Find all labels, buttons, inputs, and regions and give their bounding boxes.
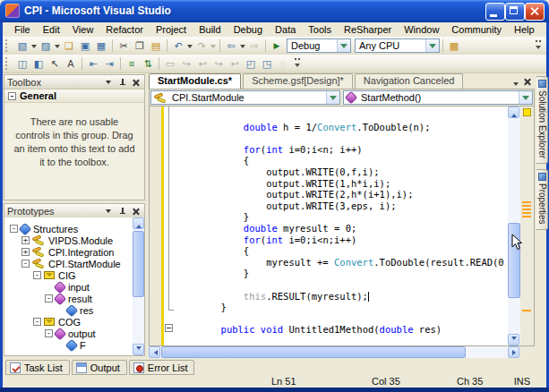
minimize-button[interactable] (485, 3, 505, 21)
tab-solution-explorer[interactable]: Solution Explorer (536, 76, 548, 164)
tree-item-res[interactable]: res (4, 304, 144, 316)
members-combo[interactable]: StartMethod() (343, 90, 533, 105)
combo-dropdown-icon[interactable] (326, 91, 339, 104)
code-line[interactable] (176, 132, 506, 144)
code-line[interactable]: output.WRITE(0,f,i); (176, 166, 506, 178)
maximize-button[interactable] (505, 3, 525, 21)
code-line[interactable]: for(int i=0;i<n; i++) (176, 144, 506, 156)
window-position-icon[interactable] (103, 77, 115, 88)
types-combo[interactable]: CPI.StartModule (150, 90, 340, 105)
tree-item-cog[interactable]: - COG (4, 316, 144, 328)
dropdown-arrow-icon[interactable] (239, 38, 246, 54)
start-debug-icon[interactable]: ▶ (269, 38, 285, 54)
copy-icon[interactable]: ❐ (132, 38, 148, 54)
connector-icon[interactable]: ↩ (194, 56, 210, 72)
tree-item-input[interactable]: input (4, 281, 144, 293)
tree-scrollbar[interactable] (133, 217, 144, 355)
code-line[interactable]: double h = 1/Convert.ToDouble(n); (176, 122, 506, 133)
tree-scrollbar-thumb[interactable] (133, 231, 144, 297)
undo-icon[interactable]: ↶ (170, 38, 186, 54)
menu-resharper[interactable]: ReSharper (338, 23, 398, 36)
dropdown-arrow-icon[interactable] (186, 38, 193, 54)
code-line[interactable]: myresult += Convert.ToDouble(result.READ… (176, 257, 506, 268)
toolbox-header[interactable]: Toolbox (4, 75, 144, 89)
warning-marker[interactable] (522, 209, 531, 210)
page-forward-icon[interactable]: ◳ (259, 56, 275, 72)
tree-expander[interactable]: - (45, 294, 53, 303)
code-line[interactable]: { (176, 155, 506, 166)
tree-item-cig[interactable]: - CIG (4, 269, 144, 281)
menu-project[interactable]: Project (150, 23, 193, 36)
toolbar-overflow-icon[interactable] (293, 56, 302, 71)
navigate-forward-icon[interactable]: ⇨ (246, 38, 262, 54)
window-position-icon[interactable] (103, 206, 115, 217)
scroll-down-icon[interactable] (133, 344, 144, 355)
tree-expander[interactable]: + (21, 248, 30, 256)
navigate-back-icon[interactable]: ⇦ (223, 38, 239, 54)
code-line[interactable]: } (176, 268, 506, 279)
tab-error-list[interactable]: Error List (129, 360, 195, 375)
connector-icon[interactable]: ↪ (178, 56, 194, 72)
scroll-up-icon[interactable] (133, 217, 144, 229)
scroll-down-icon[interactable] (508, 334, 519, 345)
new-project-icon[interactable]: ▧ (14, 38, 30, 54)
save-icon[interactable]: ▣ (77, 38, 93, 54)
pointer-icon[interactable]: ↖ (47, 56, 63, 72)
tree-item-structures[interactable]: - Structures (4, 223, 144, 234)
menu-help[interactable]: Help (508, 23, 541, 36)
solution-configuration-combo[interactable]: Debug (287, 38, 351, 53)
menu-edit[interactable]: Edit (37, 23, 66, 36)
code-editor[interactable]: double h = 1/Convert.ToDouble(n); for(in… (149, 106, 535, 346)
code-line[interactable]: output.WRITE(1,h*i,i); (176, 178, 506, 190)
add-item-icon[interactable]: ▨ (38, 38, 54, 54)
toolbar-grip[interactable] (5, 57, 11, 70)
find-in-files-icon[interactable]: ▩ (446, 38, 462, 54)
menu-community[interactable]: Community (445, 23, 508, 36)
align-tops-icon[interactable]: ≡ (124, 56, 140, 72)
align-middles-icon[interactable]: ⇅ (140, 56, 156, 72)
code-line[interactable]: output.WRITE(2,h*(i+1),i); (176, 189, 506, 200)
scroll-right-icon[interactable] (508, 346, 519, 358)
tree-item-result[interactable]: - result (4, 293, 144, 304)
tab-startmodule-cs[interactable]: StartModule.cs* (149, 73, 241, 89)
warning-marker[interactable] (522, 212, 531, 214)
tab-output[interactable]: Output (72, 360, 127, 375)
tree-item-f[interactable]: F (4, 339, 144, 351)
warning-marker[interactable] (522, 201, 531, 203)
code-line[interactable] (176, 110, 506, 122)
tree-expander[interactable]: - (33, 318, 41, 326)
auto-hide-pin-icon[interactable] (116, 77, 128, 88)
menu-debug[interactable]: Debug (227, 23, 269, 36)
code-line[interactable] (176, 279, 506, 291)
tree-item-cpi-integration[interactable]: + CPI.Integration (4, 246, 144, 258)
toolbar-grip[interactable] (5, 39, 11, 52)
increase-indent-icon[interactable]: ⇥ (101, 56, 117, 72)
warning-marker[interactable] (522, 205, 531, 207)
dropdown-arrow-icon[interactable] (30, 38, 38, 54)
tree-expander[interactable]: - (21, 260, 30, 268)
code-line[interactable]: this.RESULT(myresult); (176, 291, 506, 303)
page-back-icon[interactable]: ◰ (243, 56, 259, 72)
cut-icon[interactable]: ✂ (116, 38, 132, 54)
draw-frame-icon[interactable]: ▭ (162, 56, 178, 72)
close-panel-icon[interactable] (130, 77, 142, 88)
tree-expander[interactable]: - (10, 225, 18, 233)
resharper-status-icon[interactable] (523, 108, 531, 116)
toolbox-group-general[interactable]: - General (4, 89, 144, 103)
tree-item-output[interactable]: - output (4, 328, 144, 339)
code-line[interactable]: { (176, 245, 506, 257)
auto-hide-pin-icon[interactable] (116, 206, 128, 217)
dropdown-arrow-icon[interactable] (54, 38, 61, 54)
redo-icon[interactable]: ↷ (193, 38, 210, 54)
collapse-region-icon[interactable] (165, 324, 173, 332)
menu-tools[interactable]: Tools (302, 23, 338, 36)
toolbar-overflow-icon[interactable] (534, 38, 543, 53)
format-text-icon[interactable]: A (63, 56, 79, 72)
tree-expander[interactable]: - (33, 271, 41, 279)
paste-icon[interactable]: ▤ (148, 38, 164, 54)
editor-horizontal-scrollbar[interactable] (149, 346, 519, 358)
combo-dropdown-icon[interactable] (337, 39, 350, 52)
code-line[interactable]: output.WRITE(3,eps, i); (176, 200, 506, 212)
menu-view[interactable]: View (66, 23, 100, 36)
menu-file[interactable]: File (8, 23, 37, 36)
